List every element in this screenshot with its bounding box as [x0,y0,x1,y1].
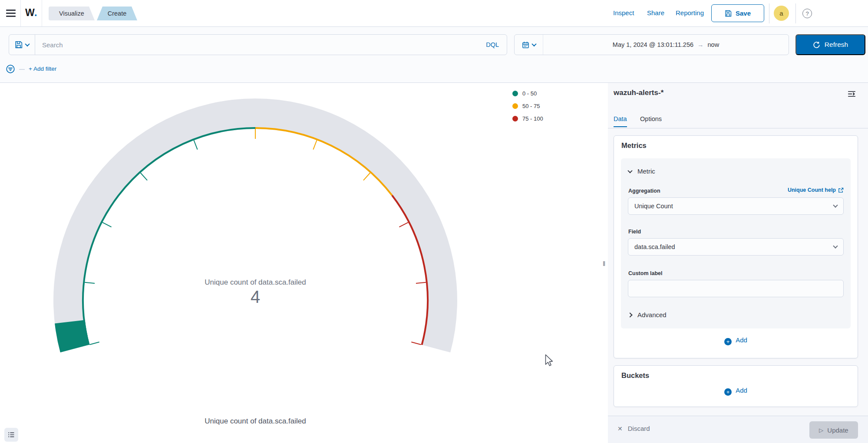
legend-label: 0 - 50 [522,90,537,97]
gauge-chart [0,83,604,443]
legend-dot-icon [512,116,518,121]
chevron-down-icon [531,42,536,46]
saved-query-menu-button[interactable] [9,35,35,55]
query-filter-area: DQL May 1, 2024 @ 13:01:11.256→now Refre… [0,27,868,83]
tab-options[interactable]: Options [640,115,662,126]
menu-icon[interactable] [6,10,16,17]
list-icon [8,431,15,438]
metric-accordion-toggle[interactable]: Metric [628,167,655,175]
aggregation-label: Aggregation [628,188,660,194]
save-floppy-icon [725,10,732,17]
top-navigation-bar: W. Visualize Create Inspect Share Report… [0,0,868,27]
header-divider [795,3,796,23]
chevron-down-icon [833,243,838,248]
panel-resizer-handle[interactable] [601,83,608,443]
custom-label-label: Custom label [628,270,663,276]
discard-button[interactable]: Discard [617,425,650,432]
header-divider [769,3,769,23]
editor-footer-bar: Discard Update [608,416,868,443]
legend-dot-icon [512,103,518,109]
plus-circle-icon [724,388,732,396]
custom-label-input-wrapper [628,280,844,297]
metrics-title: Metrics [621,141,647,150]
breadcrumb-create[interactable]: Create [97,7,137,20]
visualization-canvas: Unique count of data.sca.failed 4 Unique… [0,83,601,443]
calendar-icon [522,41,529,49]
legend-label: 50 - 75 [522,103,540,109]
collapse-sidebar-icon[interactable] [848,90,856,100]
share-link[interactable]: Share [647,9,664,16]
add-bucket-button[interactable]: Add [614,387,858,396]
inspector-toggle-button[interactable] [4,428,18,442]
gauge-legend: 0 - 5050 - 7575 - 100 [512,90,543,128]
gauge-center-value: 4 [125,287,386,307]
save-button[interactable]: Save [711,4,764,22]
query-language-selector[interactable]: DQL [478,41,507,48]
search-bar: DQL [9,34,507,55]
avatar[interactable]: a [774,6,789,21]
date-range-display[interactable]: May 1, 2024 @ 13:01:11.256→now [543,41,789,48]
buckets-title: Buckets [621,371,649,380]
advanced-accordion-toggle[interactable]: Advanced [628,311,667,318]
aggregation-help-link[interactable]: Unique Count help [788,187,844,193]
date-range-end[interactable]: now [708,41,719,48]
legend-item[interactable]: 50 - 75 [512,103,543,109]
date-quick-select-button[interactable] [515,35,543,55]
metric-aggregation-box: Metric Aggregation Unique Count help Uni… [621,158,851,328]
index-pattern-title: wazuh-alerts-* [614,89,663,97]
help-icon[interactable] [802,9,812,18]
date-range-arrow: → [697,41,704,48]
aggregation-select[interactable]: Unique Count [628,197,844,215]
header-divider [20,0,21,26]
chevron-down-icon [833,203,838,207]
add-metric-button[interactable]: Add [614,336,858,345]
refresh-icon [813,41,820,49]
gauge-center-label: Unique count of data.sca.failed [125,278,386,287]
filter-options-icon[interactable] [6,64,15,75]
custom-label-input[interactable] [634,285,837,292]
legend-item[interactable]: 75 - 100 [512,115,543,122]
visualization-editor-sidebar: wazuh-alerts-* Data Options Metrics Metr… [608,83,868,443]
plus-circle-icon [724,338,732,345]
search-input[interactable] [35,41,478,49]
legend-dot-icon [512,91,518,96]
legend-label: 75 - 100 [522,115,543,122]
date-picker: May 1, 2024 @ 13:01:11.256→now [514,34,789,55]
chevron-right-icon [627,312,632,317]
refresh-button[interactable]: Refresh [795,34,865,55]
header-divider [42,0,42,26]
wazuh-logo[interactable]: W. [25,7,37,19]
update-button[interactable]: Update [809,421,858,439]
metrics-panel: Metrics Metric Aggregation Unique Count … [614,135,858,358]
inspect-link[interactable]: Inspect [613,9,634,16]
date-range-start[interactable]: May 1, 2024 @ 13:01:11.256 [613,41,693,48]
gauge-axis-label: Unique count of data.sca.failed [125,417,386,426]
external-link-icon [838,187,844,193]
tab-data[interactable]: Data [614,115,627,127]
field-select[interactable]: data.sca.failed [628,238,844,256]
add-filter-button[interactable]: + Add filter [29,66,56,72]
saved-query-floppy-icon [15,41,23,49]
reporting-link[interactable]: Reporting [676,9,704,16]
breadcrumb-visualize[interactable]: Visualize [49,7,95,20]
field-label: Field [628,229,641,235]
chevron-down-icon [627,168,632,173]
filter-bar-divider [19,69,25,70]
chevron-down-icon [25,42,30,46]
editor-tabs: Data Options [608,115,868,128]
legend-item[interactable]: 0 - 50 [512,90,543,97]
buckets-panel: Buckets Add [614,365,858,407]
